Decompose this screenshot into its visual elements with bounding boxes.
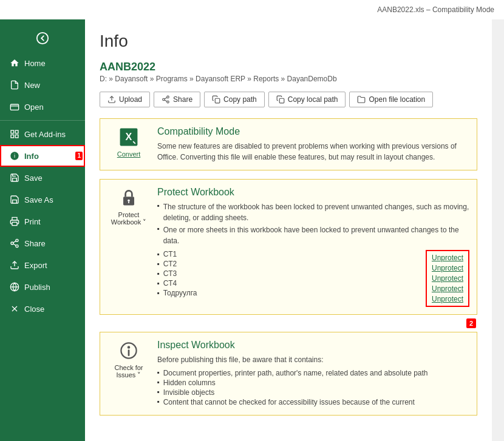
sidebar-item-addins[interactable]: Get Add-ins xyxy=(0,123,85,145)
compatibility-card: X Convert Compatibility Mode Some new fe… xyxy=(100,118,477,170)
compatibility-content: Compatibility Mode Some new features are… xyxy=(157,126,469,163)
unprotect-ct2[interactable]: Unprotect xyxy=(432,264,463,272)
svg-point-33 xyxy=(128,346,131,349)
page-title: Info xyxy=(100,32,477,51)
sidebar-item-info[interactable]: i Info 1 xyxy=(0,145,85,167)
sidebar-item-close[interactable]: Close xyxy=(0,298,85,320)
copy-path-label: Copy path xyxy=(223,95,257,104)
unprotect-ct1[interactable]: Unprotect xyxy=(432,254,463,262)
protect-sheet-area: CT1 CT2 CT3 CT4 Тодруулга 2 Unprotect Un… xyxy=(157,250,469,307)
copy-local-path-button[interactable]: Copy local path xyxy=(268,92,346,107)
inspect-label[interactable]: Check for Issues ˅ xyxy=(114,364,143,379)
sidebar-item-export[interactable]: Export xyxy=(0,254,85,276)
sidebar-item-print[interactable]: Print xyxy=(0,210,85,232)
sidebar-item-open[interactable]: Open xyxy=(0,96,85,118)
unprotect-links-col: 2 Unprotect Unprotect Unprotect Unprotec… xyxy=(426,250,469,307)
sheet-ct1: CT1 xyxy=(157,250,197,258)
sidebar-item-share[interactable]: Share xyxy=(0,232,85,254)
svg-rect-2 xyxy=(11,130,14,133)
copy-local-label: Copy local path xyxy=(288,95,338,104)
protect-msg1: The structure of the workbook has been l… xyxy=(157,201,469,223)
sheet-todruulga: Тодруулга xyxy=(157,289,197,297)
sidebar-label-info: Info xyxy=(24,152,39,161)
sidebar-label-home: Home xyxy=(24,59,46,68)
inspect-icon-area: Check for Issues ˅ xyxy=(107,340,150,379)
sidebar-divider-1 xyxy=(0,120,85,121)
sidebar-label-export: Export xyxy=(24,261,47,270)
sidebar-label-addins: Get Add-ins xyxy=(24,130,66,139)
sidebar-item-new[interactable]: New xyxy=(0,74,85,96)
excel-convert-icon: X xyxy=(118,126,140,148)
inspect-content: Inspect Workbook Before publishing this … xyxy=(157,340,469,408)
protect-icon-area: Protect Workbook ˅ xyxy=(107,187,150,226)
unprotect-ct4[interactable]: Unprotect xyxy=(432,284,463,293)
save-icon xyxy=(10,173,19,183)
protect-title: Protect Workbook xyxy=(157,187,469,198)
folder-icon xyxy=(357,95,366,104)
sheet-ct4: CT4 xyxy=(157,279,197,288)
inspect-title: Inspect Workbook xyxy=(157,340,469,351)
unprotect-ct3[interactable]: Unprotect xyxy=(432,274,463,283)
open-file-label: Open file location xyxy=(369,95,425,104)
sidebar-item-save[interactable]: Save xyxy=(0,167,85,189)
svg-rect-1 xyxy=(10,104,18,110)
badge-2: 2 xyxy=(466,318,476,328)
new-icon xyxy=(10,80,19,90)
protect-content: Protect Workbook The structure of the wo… xyxy=(157,187,469,307)
info-icon: i xyxy=(10,151,19,161)
addins-icon xyxy=(10,129,19,139)
copy-icon xyxy=(212,95,220,104)
sidebar-label-publish: Publish xyxy=(24,283,50,292)
inspect-item-1: Hidden columns xyxy=(157,379,469,387)
sidebar-item-publish[interactable]: Publish xyxy=(0,276,85,298)
open-file-location-button[interactable]: Open file location xyxy=(349,92,433,107)
sidebar-label-open: Open xyxy=(24,103,44,112)
upload-label: Upload xyxy=(119,95,142,104)
protect-label[interactable]: Protect Workbook ˅ xyxy=(111,211,146,226)
inspect-item-3: Content that cannot be checked for acces… xyxy=(157,398,469,406)
info-badge: 1 xyxy=(75,152,83,160)
unprotect-todruulga[interactable]: Unprotect xyxy=(432,295,463,303)
sidebar-item-saveas[interactable]: Save As xyxy=(0,189,85,210)
convert-label[interactable]: Convert xyxy=(117,150,141,158)
file-path: D: » Dayansoft » Programs » Dayansoft ER… xyxy=(100,75,477,83)
sidebar-item-home[interactable]: Home xyxy=(0,52,85,74)
publish-icon xyxy=(10,282,19,292)
action-bar: Upload Share Copy path Copy local path O… xyxy=(100,92,477,107)
upload-icon xyxy=(107,95,116,104)
svg-line-13 xyxy=(13,241,16,243)
title-text: AANB2022.xls – Compatibility Mode xyxy=(377,5,494,14)
svg-point-10 xyxy=(11,242,13,244)
share-label: Share xyxy=(173,95,192,104)
main-content: Info AANB2022 D: » Dayansoft » Programs … xyxy=(85,19,492,441)
sidebar-label-share: Share xyxy=(24,239,46,248)
svg-point-0 xyxy=(37,33,48,44)
file-name: AANB2022 xyxy=(100,61,477,73)
upload-button[interactable]: Upload xyxy=(100,92,150,107)
sheet-names-col: CT1 CT2 CT3 CT4 Тодруулга xyxy=(157,250,197,307)
back-icon xyxy=(36,32,49,45)
compatibility-icon-area: X Convert xyxy=(107,126,150,158)
back-button[interactable] xyxy=(0,27,85,50)
inspect-item-0: Document properties, printer path, autho… xyxy=(157,369,469,377)
svg-rect-34 xyxy=(128,349,130,356)
svg-rect-4 xyxy=(11,135,14,138)
svg-point-22 xyxy=(167,101,169,103)
sidebar: Home New Open Get Add-ins i Info 1 Save … xyxy=(0,19,85,441)
right-panel xyxy=(492,19,504,441)
svg-text:i: i xyxy=(14,153,15,159)
inspect-desc: Before publishing this file, be aware th… xyxy=(157,354,469,365)
copy-path-button[interactable]: Copy path xyxy=(204,92,265,107)
share-btn-icon xyxy=(162,95,170,104)
open-icon xyxy=(10,102,19,112)
sidebar-label-saveas: Save As xyxy=(24,195,53,204)
svg-point-21 xyxy=(163,98,165,101)
share-icon xyxy=(10,238,19,248)
inspect-item-2: Invisible objects xyxy=(157,388,469,397)
compatibility-desc: Some new features are disabled to preven… xyxy=(157,141,469,163)
share-button[interactable]: Share xyxy=(154,92,200,107)
svg-point-20 xyxy=(167,96,169,98)
saveas-icon xyxy=(10,195,19,204)
svg-point-9 xyxy=(16,239,18,241)
sidebar-label-print: Print xyxy=(24,217,41,226)
